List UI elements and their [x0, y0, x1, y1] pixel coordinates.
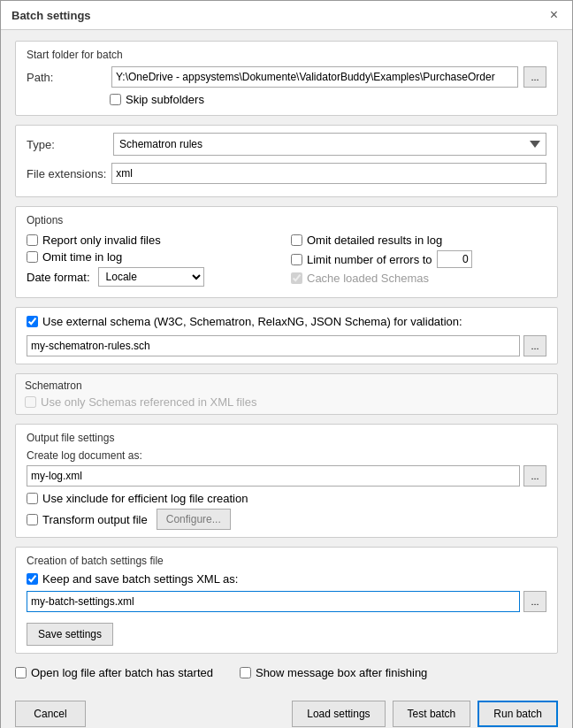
- limit-errors-checkbox-label[interactable]: Limit number of errors to: [291, 253, 432, 266]
- create-log-label: Create log document as:: [27, 449, 546, 462]
- omit-time-checkbox-label[interactable]: Omit time in log: [27, 250, 122, 264]
- log-path-row: ...: [27, 465, 546, 487]
- skip-subfolders-label[interactable]: Skip subfolders: [110, 93, 546, 106]
- date-format-row: Date format: Locale: [27, 267, 282, 287]
- options-section: Options Report only invalid files Omit t…: [15, 206, 558, 298]
- dialog-content: Start folder for batch Path: ... Skip su…: [1, 30, 572, 728]
- use-only-schemas-checkbox: [25, 396, 36, 408]
- path-label: Path:: [27, 71, 106, 84]
- omit-detailed-checkbox[interactable]: [291, 234, 302, 246]
- type-row: Type: Schematron rules: [27, 133, 546, 156]
- external-schema-path-row: ...: [27, 335, 546, 356]
- omit-detailed-text: Omit detailed results in log: [307, 234, 442, 247]
- options-label: Options: [27, 214, 546, 226]
- output-section: Output file settings Create log document…: [15, 424, 558, 538]
- external-schema-row: Use external schema (W3C, Schematron, Re…: [27, 315, 546, 328]
- keep-save-checkbox-label[interactable]: Keep and save batch settings XML as:: [27, 572, 546, 586]
- bottom-checkboxes: Open log file after batch has started Sh…: [15, 663, 558, 683]
- path-input[interactable]: [111, 66, 518, 88]
- report-invalid-row: Report only invalid files: [27, 234, 282, 247]
- xinclude-text: Use xinclude for efficient log file crea…: [42, 492, 248, 505]
- report-invalid-checkbox[interactable]: [27, 234, 38, 246]
- extensions-input[interactable]: [111, 163, 546, 184]
- external-schema-checkbox-label[interactable]: Use external schema (W3C, Schematron, Re…: [27, 315, 462, 328]
- save-settings-button[interactable]: Save settings: [27, 623, 113, 646]
- type-select[interactable]: Schematron rules: [113, 133, 546, 156]
- type-label: Type:: [27, 138, 106, 151]
- omit-time-row: Omit time in log: [27, 250, 282, 264]
- use-only-schemas-label: Use only Schemas referenced in XML files: [25, 395, 548, 409]
- batch-file-input[interactable]: [27, 591, 520, 612]
- skip-subfolders-text: Skip subfolders: [126, 93, 204, 106]
- title-bar: Batch settings ×: [1, 1, 572, 30]
- options-left: Report only invalid files Omit time in l…: [27, 234, 282, 287]
- limit-errors-row: Limit number of errors to: [291, 250, 546, 268]
- dialog-title: Batch settings: [11, 9, 91, 22]
- output-section-label: Output file settings: [27, 432, 546, 444]
- external-schema-section: Use external schema (W3C, Schematron, Re…: [15, 307, 558, 364]
- batch-browse-button[interactable]: ...: [523, 591, 546, 612]
- limit-errors-checkbox[interactable]: [291, 254, 302, 265]
- report-invalid-checkbox-label[interactable]: Report only invalid files: [27, 234, 161, 247]
- schematron-label: Schematron: [25, 379, 548, 392]
- transform-text: Transform output file: [42, 513, 148, 526]
- batch-file-path-row: ...: [27, 591, 546, 612]
- external-schema-checkbox[interactable]: [27, 316, 38, 327]
- path-row: Path: ...: [27, 66, 546, 88]
- keep-save-checkbox[interactable]: [27, 573, 38, 585]
- report-invalid-text: Report only invalid files: [42, 234, 161, 247]
- omit-time-text: Omit time in log: [42, 250, 122, 264]
- skip-subfolders-checkbox[interactable]: [110, 94, 121, 105]
- xinclude-checkbox-label[interactable]: Use xinclude for efficient log file crea…: [27, 492, 546, 505]
- log-path-input[interactable]: [27, 465, 520, 487]
- batch-settings-file-section: Creation of batch settings file Keep and…: [15, 547, 558, 654]
- xinclude-row: Use xinclude for efficient log file crea…: [27, 492, 546, 505]
- run-batch-button[interactable]: Run batch: [478, 701, 558, 727]
- external-schema-browse-button[interactable]: ...: [523, 335, 546, 356]
- limit-errors-text: Limit number of errors to: [307, 253, 432, 266]
- show-message-checkbox[interactable]: [240, 667, 251, 678]
- type-section: Type: Schematron rules File extensions:: [15, 125, 558, 197]
- use-only-schemas-text: Use only Schemas referenced in XML files: [41, 395, 256, 409]
- open-log-text: Open log file after batch has started: [31, 666, 213, 679]
- omit-detailed-checkbox-label[interactable]: Omit detailed results in log: [291, 234, 442, 247]
- start-folder-label: Start folder for batch: [27, 49, 546, 61]
- external-schema-input[interactable]: [27, 335, 520, 356]
- show-message-checkbox-label[interactable]: Show message box after finishing: [240, 666, 427, 679]
- extensions-label: File extensions:: [27, 167, 106, 180]
- open-log-checkbox[interactable]: [15, 667, 27, 678]
- xinclude-checkbox[interactable]: [27, 493, 38, 504]
- configure-button[interactable]: Configure...: [157, 509, 231, 530]
- date-format-select[interactable]: Locale: [98, 267, 204, 287]
- date-format-label: Date format:: [27, 271, 90, 284]
- action-buttons: Cancel Load settings Test batch Run batc…: [15, 694, 558, 728]
- keep-save-row: Keep and save batch settings XML as:: [27, 572, 546, 586]
- keep-save-text: Keep and save batch settings XML as:: [42, 572, 238, 586]
- external-schema-text: Use external schema (W3C, Schematron, Re…: [42, 315, 462, 328]
- options-grid: Report only invalid files Omit time in l…: [27, 232, 546, 288]
- path-browse-button[interactable]: ...: [523, 66, 546, 88]
- transform-checkbox-label[interactable]: Transform output file: [27, 513, 148, 526]
- cache-schemas-text: Cache loaded Schemas: [307, 272, 429, 285]
- limit-errors-input[interactable]: [437, 250, 472, 268]
- open-log-checkbox-label[interactable]: Open log file after batch has started: [15, 666, 213, 679]
- transform-row: Transform output file Configure...: [27, 509, 546, 530]
- extensions-row: File extensions:: [27, 163, 546, 184]
- batch-settings-file-label: Creation of batch settings file: [27, 555, 546, 567]
- cache-schemas-row: Cache loaded Schemas: [291, 272, 546, 285]
- cache-schemas-checkbox-label: Cache loaded Schemas: [291, 272, 429, 285]
- log-browse-button[interactable]: ...: [523, 465, 546, 487]
- cancel-button[interactable]: Cancel: [15, 701, 86, 727]
- show-message-text: Show message box after finishing: [256, 666, 427, 679]
- close-button[interactable]: ×: [546, 8, 562, 22]
- load-settings-button[interactable]: Load settings: [292, 701, 385, 727]
- cache-schemas-checkbox[interactable]: [291, 272, 302, 284]
- schematron-section: Schematron Use only Schemas referenced i…: [15, 373, 558, 415]
- test-batch-button[interactable]: Test batch: [393, 701, 471, 727]
- transform-checkbox[interactable]: [27, 514, 38, 525]
- omit-time-checkbox[interactable]: [27, 251, 38, 263]
- right-buttons: Load settings Test batch Run batch: [292, 701, 558, 727]
- start-folder-section: Start folder for batch Path: ... Skip su…: [15, 41, 558, 116]
- options-right: Omit detailed results in log Limit numbe…: [291, 234, 546, 287]
- batch-settings-dialog: Batch settings × Start folder for batch …: [0, 0, 573, 728]
